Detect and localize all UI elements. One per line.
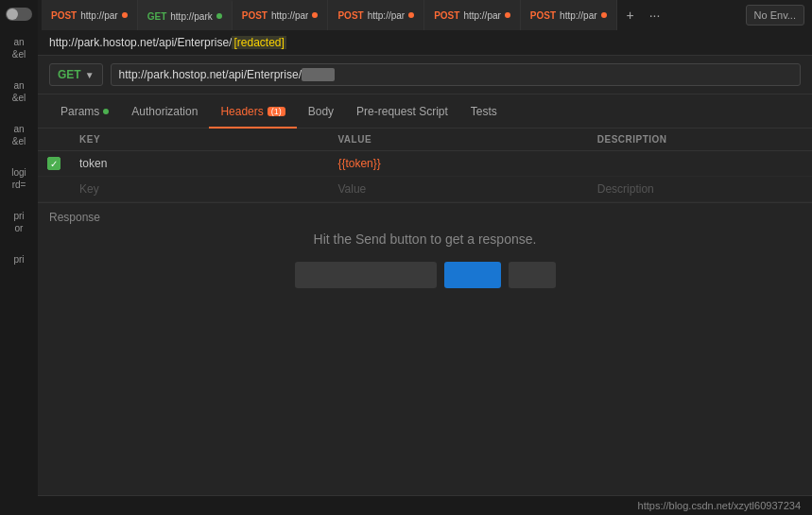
tab-headers[interactable]: Headers (1) bbox=[209, 94, 296, 129]
new-desc-input[interactable]: Description bbox=[588, 177, 812, 202]
url-breadcrumb-bar: http://park.hostop.net/api/Enterprise/[r… bbox=[38, 30, 812, 56]
sidebar-item-2[interactable]: an &el bbox=[12, 79, 26, 104]
chevron-down-icon: ▼ bbox=[85, 70, 95, 80]
tab-tests[interactable]: Tests bbox=[459, 94, 509, 129]
tabs-bar: POST http://par GET http://park POST htt… bbox=[38, 0, 812, 30]
no-env-selector[interactable]: No Env... bbox=[746, 5, 804, 26]
sidebar-item-4[interactable]: logi rd= bbox=[11, 166, 26, 191]
row-key-cell[interactable]: token bbox=[70, 151, 328, 177]
headers-table-area: KEY VALUE DESCRIPTION ✓ bbox=[38, 129, 812, 495]
method-label: GET bbox=[147, 11, 167, 22]
footer: https://blog.csdn.net/xzytl60937234 bbox=[38, 495, 812, 515]
method-select[interactable]: GET ▼ bbox=[49, 63, 103, 86]
request-bar: GET ▼ http://park.hostop.net/api/Enterpr… bbox=[38, 56, 812, 94]
method-label: POST bbox=[51, 10, 77, 21]
tab-dot bbox=[408, 12, 414, 18]
tab-body[interactable]: Body bbox=[297, 94, 345, 129]
tab-get[interactable]: GET http://park bbox=[138, 0, 233, 30]
method-label: POST bbox=[337, 10, 363, 21]
sidebar-item-3[interactable]: an &el bbox=[12, 123, 26, 147]
sidebar-toggle[interactable] bbox=[6, 8, 32, 21]
add-tab-button[interactable]: + bbox=[621, 6, 640, 25]
main-content: POST http://par GET http://park POST htt… bbox=[38, 0, 812, 515]
footer-link[interactable]: https://blog.csdn.net/xzytl60937234 bbox=[638, 500, 801, 511]
col-desc-header: DESCRIPTION bbox=[588, 129, 812, 151]
new-row: Key Value Description bbox=[38, 177, 812, 202]
tab-post-4[interactable]: POST http://par bbox=[424, 0, 521, 30]
new-value-input[interactable]: Value bbox=[328, 177, 587, 202]
tab-prerequest[interactable]: Pre-request Script bbox=[345, 94, 459, 129]
sidebar-item-1[interactable]: an &el bbox=[12, 36, 26, 60]
tab-authorization[interactable]: Authorization bbox=[120, 94, 209, 129]
sidebar: an &el an &el an &el logi rd= pri or pri bbox=[0, 0, 38, 515]
hit-send-area: Hit the Send button to get a response. bbox=[38, 232, 812, 288]
hit-send-buttons bbox=[295, 262, 556, 288]
nav-tabs: Params Authorization Headers (1) Body Pr… bbox=[38, 94, 812, 129]
response-bar-1[interactable] bbox=[295, 262, 437, 288]
tab-dot bbox=[122, 12, 128, 18]
url-input[interactable]: http://park.hostop.net/api/Enterprise/ bbox=[111, 63, 801, 86]
response-bar-2[interactable] bbox=[444, 262, 501, 288]
tab-post-1[interactable]: POST http://par bbox=[42, 0, 138, 30]
headers-table: KEY VALUE DESCRIPTION ✓ bbox=[38, 129, 812, 202]
col-value-header: VALUE bbox=[328, 129, 587, 151]
response-section: Response bbox=[38, 202, 812, 232]
tab-params[interactable]: Params bbox=[49, 94, 120, 129]
method-label: POST bbox=[530, 10, 556, 21]
table-row: ✓ token {{token}} bbox=[38, 151, 812, 177]
row-checkbox[interactable]: ✓ bbox=[47, 157, 60, 170]
tab-post-5[interactable]: POST http://par bbox=[521, 0, 617, 30]
params-dot bbox=[103, 109, 109, 114]
url-breadcrumb: http://park.hostop.net/api/Enterprise/[r… bbox=[49, 36, 286, 49]
method-value: GET bbox=[58, 68, 81, 81]
tab-dot bbox=[601, 12, 607, 18]
row-value-cell[interactable]: {{token}} bbox=[328, 151, 587, 177]
tab-dot bbox=[505, 12, 510, 18]
new-key-input[interactable]: Key bbox=[70, 177, 328, 202]
sidebar-item-6[interactable]: pri bbox=[13, 253, 24, 266]
tab-post-2[interactable]: POST http://par bbox=[233, 0, 329, 30]
url-hidden-part: [redacted] bbox=[232, 36, 285, 49]
tab-dot bbox=[216, 13, 222, 19]
method-label: POST bbox=[434, 10, 459, 21]
method-label: POST bbox=[242, 10, 268, 21]
sidebar-item-5[interactable]: pri or bbox=[13, 210, 24, 234]
hit-send-message: Hit the Send button to get a response. bbox=[314, 232, 537, 247]
more-tabs-button[interactable]: ··· bbox=[644, 6, 666, 25]
tab-dot bbox=[312, 12, 318, 18]
col-key-header: KEY bbox=[70, 129, 328, 151]
row-desc-cell[interactable] bbox=[588, 151, 812, 177]
tab-actions: + ··· bbox=[621, 6, 666, 25]
col-check-header bbox=[38, 129, 70, 151]
headers-badge: (1) bbox=[268, 107, 285, 116]
tab-post-3[interactable]: POST http://par bbox=[328, 0, 424, 30]
url-blurred bbox=[302, 68, 335, 81]
response-bar-3[interactable] bbox=[509, 262, 556, 288]
